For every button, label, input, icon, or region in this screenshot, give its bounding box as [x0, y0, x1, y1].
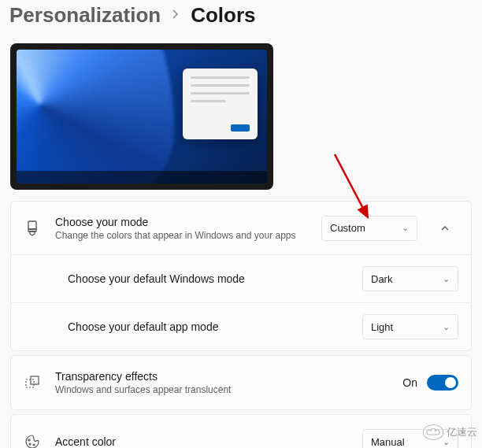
brush-icon — [24, 220, 41, 237]
accent-value: Manual — [371, 436, 405, 448]
chevron-down-icon: ⌄ — [443, 322, 450, 332]
cloud-icon — [423, 424, 443, 440]
windows-mode-value: Dark — [371, 273, 392, 285]
transparency-row: Transparency effects Windows and surface… — [11, 356, 471, 409]
accent-section: Accent color Manual ⌄ — [10, 414, 472, 448]
app-mode-value: Light — [371, 321, 393, 333]
app-mode-dropdown[interactable]: Light ⌄ — [362, 314, 458, 339]
watermark-text: 亿速云 — [447, 425, 477, 439]
windows-mode-label: Choose your default Windows mode — [68, 272, 348, 285]
choose-mode-title: Choose your mode — [55, 216, 307, 228]
taskbar-preview — [17, 171, 267, 183]
chevron-down-icon: ⌄ — [443, 274, 450, 284]
windows-mode-row: Choose your default Windows mode Dark ⌄ — [11, 255, 471, 303]
svg-point-4 — [29, 443, 31, 445]
theme-preview — [10, 43, 273, 190]
svg-rect-2 — [31, 376, 39, 384]
svg-rect-0 — [28, 221, 36, 229]
watermark: 亿速云 — [423, 424, 477, 440]
app-mode-row: Choose your default app mode Light ⌄ — [11, 303, 471, 350]
wallpaper-preview — [17, 50, 267, 183]
window-preview — [183, 68, 258, 139]
transparency-subtitle: Windows and surfaces appear translucent — [55, 384, 388, 395]
svg-rect-1 — [26, 380, 34, 387]
transparency-icon — [24, 374, 41, 391]
accent-title: Accent color — [55, 435, 348, 448]
choose-mode-subtitle: Change the colors that appear in Windows… — [55, 230, 307, 241]
svg-point-5 — [33, 444, 35, 446]
app-mode-label: Choose your default app mode — [68, 320, 348, 333]
mode-section: Choose your mode Change the colors that … — [10, 201, 472, 351]
chevron-right-icon — [172, 9, 180, 23]
breadcrumb: Personalization Colors — [0, 0, 482, 43]
mode-dropdown[interactable]: Custom ⌄ — [321, 216, 417, 241]
transparency-state-label: On — [402, 376, 417, 389]
breadcrumb-current: Colors — [191, 3, 255, 28]
collapse-button[interactable] — [432, 215, 458, 242]
svg-point-3 — [28, 439, 30, 441]
accent-row: Accent color Manual ⌄ — [11, 415, 471, 448]
chevron-down-icon: ⌄ — [402, 223, 409, 233]
transparency-title: Transparency effects — [55, 370, 388, 383]
palette-icon — [24, 433, 41, 448]
transparency-toggle[interactable] — [427, 375, 458, 391]
breadcrumb-parent[interactable]: Personalization — [9, 3, 161, 28]
transparency-section: Transparency effects Windows and surface… — [10, 355, 472, 410]
windows-mode-dropdown[interactable]: Dark ⌄ — [362, 266, 458, 291]
choose-mode-row: Choose your mode Change the colors that … — [11, 202, 471, 255]
mode-dropdown-value: Custom — [330, 222, 365, 234]
